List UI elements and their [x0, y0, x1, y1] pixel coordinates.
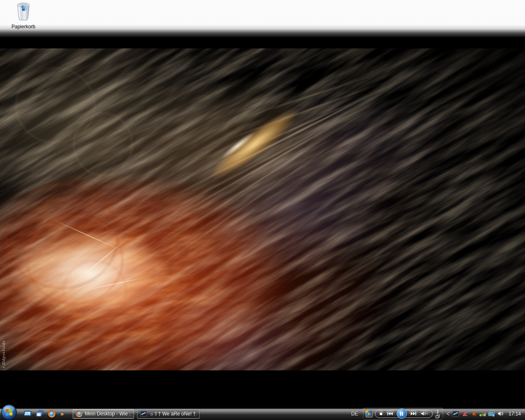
trash-can-icon	[14, 2, 32, 21]
previous-button[interactable]	[386, 411, 395, 417]
language-indicator[interactable]: DE	[351, 411, 358, 417]
chevron-down-icon[interactable]: ▼	[436, 412, 439, 414]
recycle-bin-label: Papierkorb	[6, 24, 41, 30]
wmp-player-icon[interactable]	[365, 410, 373, 418]
taskbar-window-button-firefox[interactable]: Mein Desktop - Wie ...	[73, 409, 134, 419]
taskbar-window-button-media-app[interactable]: ☼⇧† We aRe oNe! †...	[137, 409, 200, 419]
notification-collapse-chevron[interactable]: <	[447, 410, 450, 418]
firefox-icon[interactable]	[47, 409, 57, 419]
announcer-horn-icon[interactable]	[470, 411, 477, 417]
chevron-up-icon[interactable]: ▲	[436, 409, 439, 411]
recycle-bin-icon[interactable]: Papierkorb	[6, 2, 41, 30]
switch-windows-icon[interactable]	[35, 409, 45, 419]
start-button[interactable]	[1, 404, 17, 420]
restore-window-icon[interactable]	[436, 415, 439, 418]
quick-launch-toolbar: »	[23, 409, 64, 419]
pause-button[interactable]	[397, 409, 407, 419]
kaspersky-icon[interactable]: K	[461, 411, 468, 417]
deskband-expand-controls[interactable]: ▲ ▼	[435, 409, 441, 418]
wallpaper-art	[0, 48, 525, 370]
next-button[interactable]	[409, 411, 418, 417]
wallpaper: r.DdpotItode	[0, 48, 525, 370]
stop-button[interactable]	[378, 411, 384, 417]
window-button-label: ☼⇧† We aRe oNe! †...	[149, 411, 196, 417]
window-button-label: Mein Desktop - Wie ...	[85, 411, 131, 417]
desktop-top-band	[0, 0, 525, 38]
show-desktop-icon[interactable]	[23, 409, 33, 419]
quick-launch-overflow-chevron[interactable]: »	[60, 410, 64, 417]
clock[interactable]: 17:14	[509, 411, 521, 417]
volume-tray-icon[interactable]	[497, 411, 504, 417]
wmp-transport-controls	[375, 410, 433, 418]
media-app-tray-icon[interactable]	[452, 411, 459, 417]
media-app-icon	[140, 411, 147, 417]
wallpaper-signature: r.DdpotItode	[1, 340, 6, 368]
taskbar: » Mein Desktop - Wie ... ☼⇧† We aRe oNe!…	[0, 407, 525, 420]
wireless-signal-icon[interactable]	[479, 411, 486, 417]
notification-area: < K	[447, 411, 523, 417]
desktop[interactable]: Papierkorb	[0, 0, 525, 420]
wmp-taskbar-deskband: ▲ ▼	[363, 408, 443, 420]
volume-button[interactable]	[419, 411, 430, 417]
firefox-icon	[76, 411, 82, 417]
network-icon[interactable]	[488, 411, 495, 417]
